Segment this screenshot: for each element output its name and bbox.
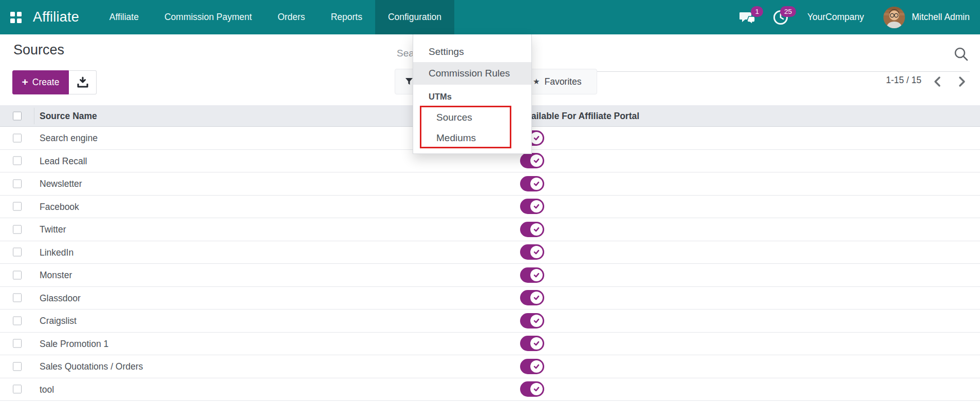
check-icon [530, 383, 543, 395]
company-switcher[interactable]: YourCompany [807, 12, 864, 23]
check-icon [530, 360, 543, 373]
chevron-left-icon [932, 76, 944, 87]
user-menu[interactable]: Mitchell Admin [912, 12, 970, 23]
column-header-source-name: Source Name [40, 105, 97, 127]
nav-item-configuration[interactable]: Configuration [375, 0, 454, 34]
activities-count-badge: 25 [780, 6, 796, 17]
table-row[interactable]: Sale Promotion 1 [0, 333, 980, 356]
row-checkbox[interactable] [13, 385, 22, 394]
pager-previous-button[interactable] [929, 74, 947, 90]
portal-toggle-on[interactable] [520, 176, 544, 191]
menu-item-mediums[interactable]: Mediums [413, 128, 531, 148]
portal-toggle-on[interactable] [520, 381, 544, 397]
table-row[interactable]: LinkedIn [0, 241, 980, 264]
table-row[interactable]: tool [0, 378, 980, 401]
portal-toggle-on[interactable] [520, 222, 544, 237]
table-row[interactable]: Sales Quotations / Orders [0, 355, 980, 378]
table-row[interactable]: Monster [0, 264, 980, 287]
row-checkbox[interactable] [13, 202, 22, 211]
table-row[interactable]: Twitter [0, 218, 980, 241]
check-icon [530, 178, 543, 190]
row-checkbox[interactable] [13, 248, 22, 257]
list-body: Search engineLead RecallNewsletterFacebo… [0, 127, 980, 401]
pager-range: 1-15 / 15 [870, 75, 921, 86]
configuration-dropdown-menu: SettingsCommission Rules UTMs SourcesMed… [413, 34, 532, 154]
menu-item-commission-rules[interactable]: Commission Rules [413, 62, 531, 85]
row-checkbox[interactable] [13, 133, 22, 142]
row-checkbox[interactable] [13, 270, 22, 279]
row-checkbox[interactable] [13, 157, 22, 165]
source-name-cell: Newsletter [40, 172, 82, 196]
source-name-cell: Craigslist [40, 310, 77, 333]
source-name-cell: Facebook [40, 196, 79, 219]
search-button[interactable] [953, 46, 971, 64]
search-icon [953, 46, 969, 62]
portal-toggle-on[interactable] [520, 153, 544, 168]
table-row[interactable]: Glassdoor [0, 287, 980, 310]
check-icon [530, 315, 543, 327]
create-button-label: Create [32, 77, 60, 88]
source-name-cell: Sale Promotion 1 [40, 333, 108, 356]
download-icon [77, 76, 89, 89]
plus-icon: + [22, 76, 28, 87]
row-checkbox[interactable] [13, 179, 22, 188]
portal-toggle-on[interactable] [520, 336, 544, 351]
nav-item-commission-payment[interactable]: Commission Payment [152, 0, 265, 34]
favorites-label: Favorites [544, 76, 581, 87]
check-icon [530, 132, 543, 144]
column-separator [34, 108, 34, 124]
create-button[interactable]: + Create [12, 70, 69, 94]
star-icon: ★ [533, 77, 540, 86]
check-icon [530, 292, 543, 304]
chevron-right-icon [956, 76, 967, 87]
portal-toggle-on[interactable] [520, 199, 544, 214]
portal-toggle-on[interactable] [520, 359, 544, 374]
messages-count-badge: 1 [751, 6, 763, 17]
portal-toggle-on[interactable] [520, 313, 544, 328]
source-name-cell: Monster [40, 264, 72, 287]
check-icon [530, 154, 543, 167]
check-icon [530, 337, 543, 350]
row-checkbox[interactable] [13, 362, 22, 371]
source-name-cell: Search engine [40, 127, 98, 150]
app-brand[interactable]: Affiliate [33, 9, 79, 25]
main-nav: AffiliateCommission PaymentOrdersReports… [97, 0, 454, 34]
select-all-checkbox[interactable] [13, 111, 22, 120]
pager-next-button[interactable] [953, 74, 970, 90]
nav-item-orders[interactable]: Orders [265, 0, 318, 34]
row-checkbox[interactable] [13, 294, 22, 302]
menu-item-sources[interactable]: Sources [413, 107, 531, 128]
row-checkbox[interactable] [13, 339, 22, 348]
apps-menu-icon[interactable] [10, 12, 22, 23]
filter-funnel-icon [405, 78, 413, 86]
source-name-cell: Glassdoor [40, 287, 81, 310]
export-button[interactable] [69, 70, 97, 94]
dropdown-section-utms: UTMs [413, 92, 531, 102]
table-row[interactable]: Facebook [0, 196, 980, 219]
row-checkbox[interactable] [13, 316, 22, 325]
menu-item-settings[interactable]: Settings [413, 42, 531, 62]
table-row[interactable]: Craigslist [0, 310, 980, 333]
top-navbar: Affiliate AffiliateCommission PaymentOrd… [0, 0, 980, 34]
nav-item-affiliate[interactable]: Affiliate [97, 0, 152, 34]
source-name-cell: LinkedIn [40, 241, 73, 264]
avatar-image [883, 7, 905, 28]
portal-toggle-on[interactable] [520, 244, 544, 260]
favorites-button[interactable]: ★ Favorites [533, 69, 581, 94]
row-checkbox[interactable] [13, 225, 22, 234]
activities-button[interactable]: 25 [769, 5, 792, 30]
check-icon [530, 200, 543, 212]
page-title: Sources [13, 42, 64, 58]
table-row[interactable]: Newsletter [0, 172, 980, 196]
user-avatar[interactable] [883, 7, 905, 28]
messages-button[interactable]: 1 [736, 5, 759, 30]
portal-toggle-on[interactable] [520, 267, 544, 283]
check-icon [530, 246, 543, 258]
nav-item-reports[interactable]: Reports [318, 0, 375, 34]
portal-toggle-on[interactable] [520, 290, 544, 305]
column-header-available-portal: Available For Affiliate Portal [520, 105, 639, 127]
check-icon [530, 223, 543, 236]
source-name-cell: tool [40, 378, 54, 401]
check-icon [530, 269, 543, 281]
source-name-cell: Twitter [40, 218, 66, 241]
